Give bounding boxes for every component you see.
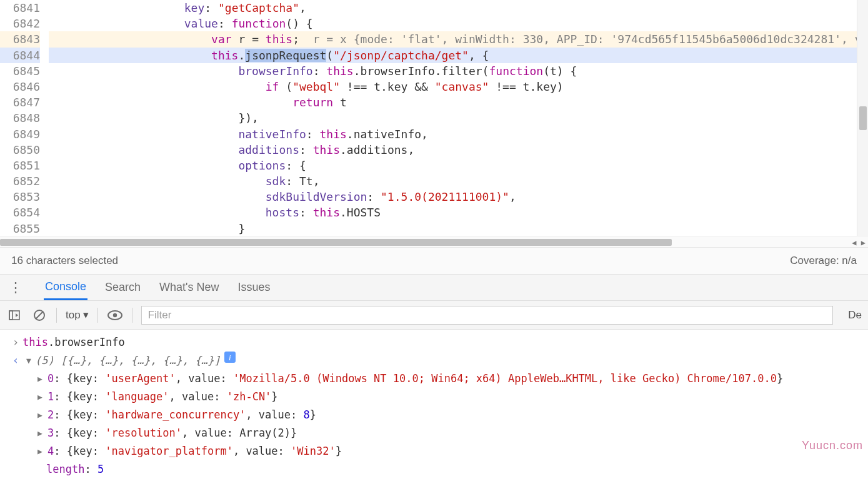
expand-down-icon[interactable]: ▼ xyxy=(26,352,35,370)
line-number: 6847 xyxy=(0,94,40,110)
array-summary[interactable]: (5) [{…}, {…}, {…}, {…}, {…}] xyxy=(35,352,221,370)
array-length: length: 5 xyxy=(9,460,859,478)
horizontal-scrollbar[interactable]: ◀ ▶ xyxy=(0,236,868,247)
tab-issues[interactable]: Issues xyxy=(237,276,272,299)
drawer-tabs: ⋮ Console Search What's New Issues xyxy=(0,274,868,301)
code-line[interactable]: }), xyxy=(49,110,868,126)
context-selector[interactable]: top ▾ xyxy=(66,308,89,321)
line-number: 6849 xyxy=(0,126,40,142)
line-number: 6845 xyxy=(0,63,40,79)
code-line[interactable]: if ("webql" !== t.key && "canvas" !== t.… xyxy=(49,79,868,94)
expand-right-icon[interactable]: ▶ xyxy=(37,442,46,460)
line-number: 6852 xyxy=(0,173,40,189)
scrollbar-thumb[interactable] xyxy=(0,239,672,246)
vertical-scrollbar[interactable] xyxy=(857,0,868,236)
code-content[interactable]: key: "getCaptcha", value: function() { v… xyxy=(49,0,868,236)
chevron-down-icon: ▾ xyxy=(83,308,89,321)
array-entry[interactable]: ▶4: {key: 'navigator_platform', value: '… xyxy=(9,442,859,460)
line-number: 6846 xyxy=(0,79,40,94)
code-line[interactable]: sdkBuildVersion: "1.5.0(2021111001)", xyxy=(49,189,868,205)
code-line-current[interactable]: this.jsonpRequest("/jsonp/captcha/get", … xyxy=(49,48,868,63)
selection-status: 16 characters selected xyxy=(11,255,118,267)
array-entries: ▶0: {key: 'userAgent', value: 'Mozilla/5… xyxy=(9,370,859,460)
code-line[interactable]: hosts: this.HOSTS xyxy=(49,205,868,220)
expand-right-icon[interactable]: ▶ xyxy=(37,388,46,406)
code-line[interactable]: value: function() { xyxy=(49,16,868,31)
code-line[interactable]: sdk: Tt, xyxy=(49,173,868,189)
tab-whats-new[interactable]: What's New xyxy=(158,276,220,299)
code-line[interactable]: options: { xyxy=(49,158,868,173)
line-number: 6853 xyxy=(0,189,40,205)
line-number: 6841 xyxy=(0,0,40,16)
editor-status-bar: 16 characters selected Coverage: n/a xyxy=(0,247,868,274)
chevron-left-icon: ‹ xyxy=(9,352,22,370)
coverage-status: Coverage: n/a xyxy=(790,255,857,267)
live-expression-icon[interactable] xyxy=(107,307,123,323)
code-line[interactable]: return t xyxy=(49,94,868,110)
console-toolbar: top ▾ De xyxy=(0,301,868,330)
tab-search[interactable]: Search xyxy=(104,276,142,299)
filter-box xyxy=(141,306,834,325)
console-expression: this.browserInfo xyxy=(22,333,125,352)
source-editor[interactable]: 6841 6842 6843 6844 6845 6846 6847 6848 … xyxy=(0,0,868,236)
line-number: 6842 xyxy=(0,16,40,31)
text-selection: jsonpRequest xyxy=(245,49,326,62)
expand-right-icon[interactable]: ▶ xyxy=(37,424,46,442)
line-number: 6850 xyxy=(0,142,40,158)
array-entry[interactable]: ▶0: {key: 'userAgent', value: 'Mozilla/5… xyxy=(9,370,859,388)
svg-rect-1 xyxy=(9,311,12,320)
expand-right-icon[interactable]: ▶ xyxy=(37,370,46,388)
line-number: 6843 xyxy=(0,31,40,47)
console-result-row[interactable]: ‹ ▼ (5) [{…}, {…}, {…}, {…}, {…}] i xyxy=(9,352,859,370)
console-input-row[interactable]: › this.browserInfo xyxy=(9,333,859,352)
code-line[interactable]: nativeInfo: this.nativeInfo, xyxy=(49,126,868,142)
svg-line-4 xyxy=(36,311,43,319)
clear-console-icon[interactable] xyxy=(31,307,47,323)
code-line[interactable]: key: "getCaptcha", xyxy=(49,0,868,16)
array-entry[interactable]: ▶1: {key: 'language', value: 'zh-CN'} xyxy=(9,388,859,406)
array-entry[interactable]: ▶3: {key: 'resolution', value: Array(2)} xyxy=(9,424,859,442)
toolbar-divider xyxy=(97,308,98,323)
inline-value-overlay: r = x {mode: 'flat', winWidth: 330, APP_… xyxy=(299,31,861,47)
devtools-window: 6841 6842 6843 6844 6845 6846 6847 6848 … xyxy=(0,0,868,486)
code-line-breakpoint[interactable]: var r = this; r = x {mode: 'flat', winWi… xyxy=(49,31,868,47)
console-output[interactable]: › this.browserInfo ‹ ▼ (5) [{…}, {…}, {…… xyxy=(0,330,868,486)
line-number: 6848 xyxy=(0,110,40,126)
filter-input[interactable] xyxy=(141,306,834,325)
info-icon[interactable]: i xyxy=(224,352,236,363)
svg-point-6 xyxy=(112,313,116,316)
svg-marker-2 xyxy=(16,313,18,317)
sidebar-toggle-icon[interactable] xyxy=(6,307,22,323)
chevron-right-icon: › xyxy=(9,333,22,352)
scrollbar-thumb[interactable] xyxy=(859,106,867,130)
code-line[interactable]: additions: this.additions, xyxy=(49,142,868,158)
expand-right-icon[interactable]: ▶ xyxy=(37,406,46,424)
line-number: 6844 xyxy=(0,48,40,63)
toolbar-divider xyxy=(132,308,132,323)
line-number: 6851 xyxy=(0,158,40,173)
toolbar-divider xyxy=(56,308,57,323)
line-number: 6855 xyxy=(0,221,40,236)
more-tools-icon[interactable]: ⋮ xyxy=(4,280,27,296)
line-number: 6854 xyxy=(0,205,40,220)
scrollbar-arrows[interactable]: ◀ ▶ xyxy=(852,237,868,248)
line-gutter: 6841 6842 6843 6844 6845 6846 6847 6848 … xyxy=(0,0,49,236)
array-entry[interactable]: ▶2: {key: 'hardware_concurrency', value:… xyxy=(9,406,859,424)
code-line[interactable]: } xyxy=(49,221,868,236)
levels-label[interactable]: De xyxy=(842,309,862,321)
tab-console[interactable]: Console xyxy=(44,275,87,300)
code-line[interactable]: browserInfo: this.browserInfo.filter(fun… xyxy=(49,63,868,79)
